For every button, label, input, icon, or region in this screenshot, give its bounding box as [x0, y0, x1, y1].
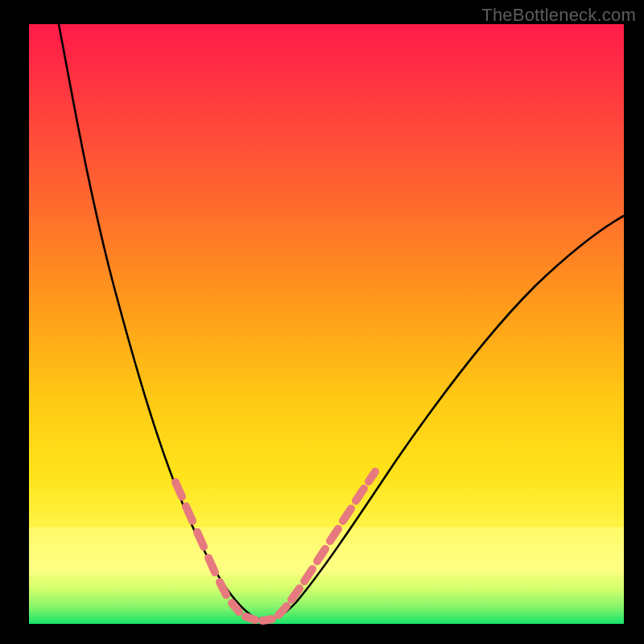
svg-line-5 [232, 603, 239, 612]
svg-line-6 [246, 617, 255, 620]
svg-line-7 [262, 619, 272, 621]
bottleneck-chart [0, 0, 644, 644]
watermark-text: TheBottleneck.com [481, 5, 636, 26]
svg-line-15 [369, 472, 375, 481]
chart-container: TheBottleneck.com [0, 0, 644, 644]
